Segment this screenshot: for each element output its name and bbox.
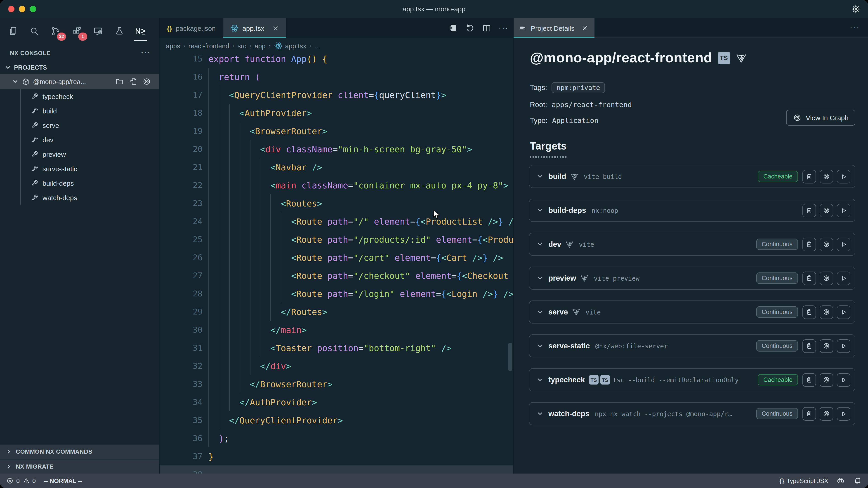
copy-target-button[interactable] [802, 170, 816, 183]
editor-scrollbar[interactable] [508, 343, 512, 371]
tab-project-details[interactable]: Project Details [514, 18, 594, 38]
tree-item-target-serve-static[interactable]: serve-static [21, 161, 159, 176]
code-line-31[interactable]: 31<Toaster position="bottom-right" /> [160, 339, 513, 357]
target-name[interactable]: build-deps [548, 206, 586, 215]
breadcrumb-item[interactable]: src [238, 42, 246, 50]
code-line-25[interactable]: 25<Route path="/products/:id" element={<… [160, 230, 513, 249]
view-target-in-graph-button[interactable] [819, 407, 833, 420]
view-target-in-graph-button[interactable] [819, 271, 833, 285]
view-in-graph-button[interactable]: View In Graph [786, 110, 855, 126]
activity-item-source-control[interactable]: 32 [47, 23, 64, 40]
code-line-22[interactable]: 22<main className="container mx-auto px-… [160, 176, 513, 194]
breadcrumb-item[interactable]: app.tsx [274, 41, 306, 50]
copy-target-button[interactable] [802, 271, 816, 285]
view-target-in-graph-button[interactable] [819, 339, 833, 353]
code-line-36[interactable]: 36); [160, 429, 513, 447]
code-line-19[interactable]: 19<BrowserRouter> [160, 122, 513, 140]
activity-item-remote-explorer[interactable] [90, 23, 107, 40]
run-target-button[interactable] [837, 407, 850, 420]
target-name[interactable]: typecheck [548, 376, 585, 384]
code-line-21[interactable]: 21<Navbar /> [160, 158, 513, 176]
editor-more-actions-icon[interactable]: ··· [499, 24, 508, 32]
code-line-24[interactable]: 24<Route path="/" element={<ProductList … [160, 213, 513, 230]
target-name[interactable]: watch-deps [548, 410, 590, 418]
code-line-38[interactable]: 38 [160, 465, 513, 474]
copilot-icon[interactable] [836, 477, 845, 485]
breadcrumb-item[interactable]: react-frontend [188, 42, 229, 50]
chevron-down-icon[interactable] [537, 343, 544, 349]
run-target-button[interactable] [837, 339, 850, 353]
copy-target-button[interactable] [802, 373, 816, 387]
chevron-down-icon[interactable] [537, 275, 544, 282]
view-target-in-graph-button[interactable] [819, 373, 833, 387]
open-project-details-icon[interactable] [448, 23, 458, 33]
tab-app-tsx[interactable]: app.tsx [223, 18, 286, 38]
target-name[interactable]: dev [548, 240, 561, 249]
code-line-20[interactable]: 20<div className="min-h-screen bg-gray-5… [160, 140, 513, 158]
tree-item-target-dev[interactable]: dev [21, 132, 159, 147]
code-line-18[interactable]: 18<AuthProvider> [160, 104, 513, 122]
run-target-button[interactable] [837, 373, 850, 387]
view-target-in-graph-button[interactable] [819, 237, 833, 251]
settings-gear-icon[interactable] [851, 4, 861, 14]
sidebar-more-actions-icon[interactable]: ··· [141, 49, 151, 57]
tree-item-target-typecheck[interactable]: typecheck [21, 89, 159, 103]
tree-item-target-build-deps[interactable]: build-deps [21, 176, 159, 190]
code-line-26[interactable]: 26<Route path="/cart" element={<Cart />}… [160, 249, 513, 267]
chevron-down-icon[interactable] [537, 241, 544, 248]
notifications-bell-icon[interactable] [853, 477, 862, 485]
code-line-34[interactable]: 34</AuthProvider> [160, 393, 513, 411]
target-name[interactable]: serve [548, 308, 568, 316]
projects-section-row[interactable]: PROJECTS [0, 61, 159, 74]
code-line-28[interactable]: 28<Route path="/login" element={<Login /… [160, 285, 513, 303]
breadcrumb[interactable]: apps›react-frontend›src›app›app.tsx›... [160, 38, 513, 54]
tree-item-target-watch-deps[interactable]: watch-deps [21, 190, 159, 205]
chevron-down-icon[interactable] [537, 173, 544, 180]
chevron-down-icon[interactable] [537, 207, 544, 214]
language-mode[interactable]: {} TypeScript JSX [779, 477, 828, 484]
chevron-down-icon[interactable] [537, 410, 544, 417]
section-nx-migrate[interactable]: NX MIGRATE [0, 459, 159, 474]
open-folder-icon[interactable] [115, 77, 124, 86]
run-target-button[interactable] [837, 237, 850, 251]
view-target-in-graph-button[interactable] [819, 170, 833, 183]
activity-item-nx-console[interactable] [132, 23, 149, 40]
code-line-23[interactable]: 23<Routes> [160, 194, 513, 213]
code-line-33[interactable]: 33</BrowserRouter> [160, 375, 513, 393]
activity-item-testing[interactable] [111, 23, 128, 40]
breadcrumb-item[interactable]: ... [315, 42, 320, 50]
close-tab-icon[interactable] [272, 25, 279, 31]
copy-target-button[interactable] [802, 339, 816, 353]
target-name[interactable]: build [548, 172, 566, 181]
close-tab-icon[interactable] [581, 25, 588, 31]
chevron-down-icon[interactable] [537, 308, 544, 315]
run-target-button[interactable] [837, 170, 850, 183]
code-editor[interactable]: 15export function App() {16return (17<Qu… [160, 54, 513, 474]
activity-item-extensions[interactable]: 1 [68, 23, 86, 40]
copy-target-button[interactable] [802, 237, 816, 251]
copy-target-button[interactable] [802, 305, 816, 319]
breadcrumb-item[interactable]: apps [166, 42, 180, 50]
target-name[interactable]: preview [548, 274, 576, 283]
refresh-icon[interactable] [465, 23, 475, 33]
code-line-15[interactable]: 15export function App() { [160, 54, 513, 68]
view-in-graph-icon[interactable] [143, 77, 151, 86]
panel-more-actions-icon[interactable]: ··· [850, 24, 860, 32]
split-editor-icon[interactable] [482, 23, 491, 33]
view-target-in-graph-button[interactable] [819, 203, 833, 217]
tab-package-json[interactable]: {} package.json [160, 18, 223, 38]
view-target-in-graph-button[interactable] [819, 305, 833, 319]
code-line-27[interactable]: 27<Route path="/checkout" element={<Chec… [160, 267, 513, 285]
code-line-37[interactable]: 37} [160, 447, 513, 465]
refresh-file-icon[interactable] [129, 77, 137, 86]
code-line-30[interactable]: 30</main> [160, 321, 513, 339]
code-line-32[interactable]: 32</div> [160, 357, 513, 375]
activity-item-search[interactable] [26, 23, 43, 40]
section-common-nx-commands[interactable]: COMMON NX COMMANDS [0, 444, 159, 459]
code-line-29[interactable]: 29</Routes> [160, 303, 513, 321]
target-name[interactable]: serve-static [548, 341, 590, 350]
copy-target-button[interactable] [802, 203, 816, 217]
run-target-button[interactable] [837, 271, 850, 285]
copy-target-button[interactable] [802, 407, 816, 420]
activity-item-explorer[interactable] [4, 23, 22, 40]
